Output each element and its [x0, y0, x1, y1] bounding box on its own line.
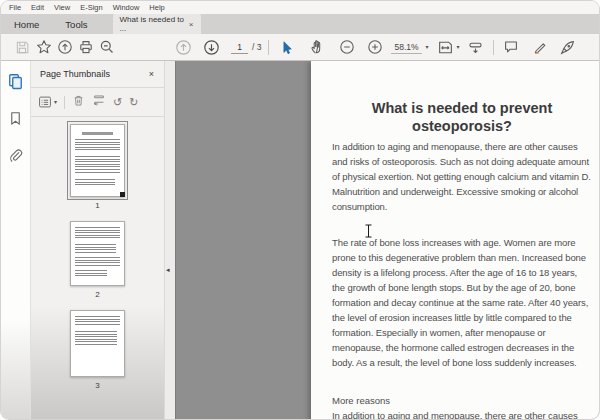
comment-icon[interactable] — [501, 37, 522, 58]
main-toolbar: / 3 58.1% ▾ — [1, 34, 599, 61]
panel-splitter[interactable]: ◂ — [164, 61, 176, 420]
thumbnail-page-number: 3 — [95, 381, 99, 390]
chevron-down-icon: ▾ — [426, 44, 429, 50]
extract-pages-icon[interactable] — [92, 93, 106, 111]
page-thumbnails-panel: Page Thumbnails × ▾ — [31, 61, 164, 420]
tab-home[interactable]: Home — [1, 14, 52, 34]
page-count-label: / 3 — [252, 42, 261, 52]
find-search-icon[interactable] — [96, 37, 117, 58]
tab-bar: Home Tools What is needed to ... × — [1, 14, 599, 34]
tab-document-label: What is needed to ... — [120, 15, 185, 33]
fit-width-icon[interactable] — [435, 37, 456, 58]
next-page-icon[interactable] — [201, 37, 222, 58]
document-view[interactable]: What is needed to prevent osteoporosis? … — [176, 61, 599, 420]
menu-bar: File Edit View E-Sign Window Help — [1, 1, 599, 14]
panel-header: Page Thumbnails × — [31, 61, 164, 88]
pdf-page[interactable]: What is needed to prevent osteoporosis? … — [311, 61, 599, 420]
panel-close-icon[interactable]: × — [149, 69, 154, 79]
zoom-level-dropdown[interactable]: 58.1% ▾ — [391, 41, 428, 54]
thumbnail-list: 1 2 3 — [31, 117, 164, 420]
content-area: Page Thumbnails × ▾ — [1, 61, 599, 420]
toolbar-collapse-icon[interactable] — [465, 37, 486, 58]
panel-title: Page Thumbnails — [40, 69, 110, 79]
share-upload-icon[interactable] — [54, 37, 75, 58]
thumbnail-page-3[interactable] — [70, 310, 125, 377]
text-cursor-icon — [364, 224, 373, 242]
document-paragraph: In addition to aging and menopause, ther… — [332, 139, 592, 214]
star-favorite-icon[interactable] — [33, 37, 54, 58]
document-title: What is needed to prevent osteoporosis? — [332, 99, 592, 135]
tab-tools[interactable]: Tools — [52, 14, 100, 34]
rotate-clockwise-icon[interactable]: ↻ — [129, 97, 138, 108]
menu-edit[interactable]: Edit — [26, 3, 49, 12]
sign-pen-icon[interactable] — [557, 37, 578, 58]
save-icon[interactable] — [12, 37, 33, 58]
page-number-input[interactable] — [231, 41, 248, 54]
page-thumbnails-panel-icon[interactable] — [7, 72, 25, 90]
document-paragraph: The rate of bone loss increases with age… — [332, 235, 592, 370]
zoom-out-icon[interactable] — [336, 37, 357, 58]
menu-window[interactable]: Window — [108, 3, 145, 12]
menu-file[interactable]: File — [4, 3, 26, 12]
menu-help[interactable]: Help — [144, 3, 169, 12]
previous-page-icon[interactable] — [173, 37, 194, 58]
tab-close-icon[interactable]: × — [185, 20, 194, 29]
delete-pages-icon[interactable] — [72, 93, 85, 111]
acrobat-window: File Edit View E-Sign Window Help Home T… — [0, 0, 600, 420]
highlight-pencil-icon[interactable] — [530, 37, 551, 58]
chevron-down-icon[interactable]: ▾ — [457, 44, 460, 50]
thumbnail-options-icon[interactable]: ▾ — [38, 95, 57, 109]
chevron-down-icon: ▾ — [54, 99, 57, 105]
print-icon[interactable] — [75, 37, 96, 58]
zoom-level-value: 58.1% — [391, 41, 421, 54]
menu-esign[interactable]: E-Sign — [75, 3, 108, 12]
thumbnail-page-number: 2 — [95, 290, 99, 299]
bookmarks-panel-icon[interactable] — [7, 109, 25, 127]
panel-toolbar: ▾ ↺ ↻ — [31, 88, 164, 117]
tab-document[interactable]: What is needed to ... × — [113, 14, 201, 34]
document-paragraph: In addition to aging and menopause, ther… — [332, 408, 592, 420]
thumbnail-page-2[interactable] — [70, 221, 125, 286]
thumbnail-page-number: 1 — [95, 201, 99, 210]
navigation-icon-strip — [1, 61, 31, 420]
toolbar-divider — [268, 40, 269, 55]
zoom-in-icon[interactable] — [364, 37, 385, 58]
document-subheading: More reasons — [332, 395, 592, 406]
rotate-counterclockwise-icon[interactable]: ↺ — [113, 97, 122, 108]
thumbnail-page-1[interactable] — [70, 124, 125, 197]
toolbar-divider — [493, 40, 494, 55]
selection-handle[interactable] — [120, 192, 125, 197]
hand-tool-icon[interactable] — [306, 37, 327, 58]
panel-toolbar-divider — [64, 96, 65, 109]
attachments-panel-icon[interactable] — [7, 146, 25, 164]
menu-view[interactable]: View — [49, 3, 75, 12]
collapse-panel-icon[interactable]: ◂ — [166, 266, 170, 273]
select-tool-icon[interactable] — [276, 37, 297, 58]
